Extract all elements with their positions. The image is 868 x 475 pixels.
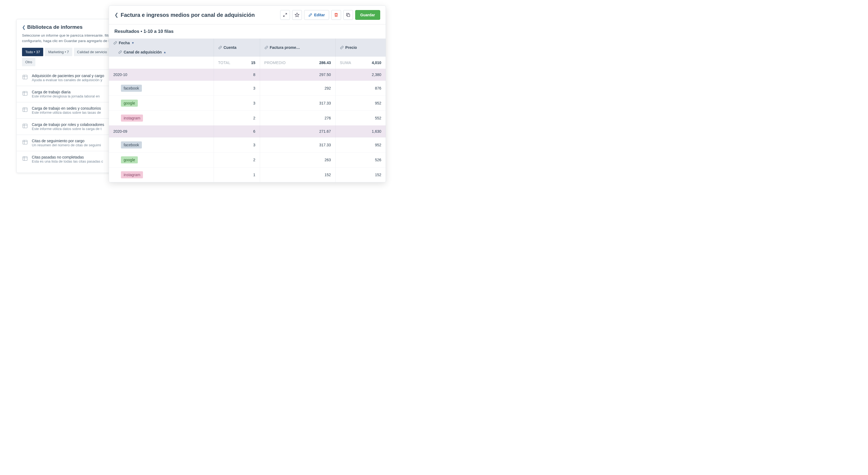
svg-rect-0	[23, 75, 27, 79]
table-icon	[22, 123, 28, 129]
channel-tag: google	[121, 156, 138, 163]
column-factura-promedio[interactable]: Factura prome…	[260, 38, 335, 57]
group-m3: 1,630	[335, 126, 385, 138]
link-icon	[118, 50, 122, 54]
report-item-desc: Esta es una lista de todas las citas pas…	[32, 159, 103, 163]
report-item-desc: Este informe desglosa la jornada laboral…	[32, 94, 100, 98]
cell-m3: 526	[335, 152, 385, 167]
svg-rect-2	[23, 107, 27, 111]
cell-m2: 152	[260, 167, 335, 182]
table-icon	[22, 107, 28, 113]
report-item-desc: Un resumen del número de citas de seguim…	[32, 143, 101, 147]
report-item-desc: Ayuda a evaluar los canales de adquisici…	[32, 78, 104, 82]
table-row: google2263526	[109, 152, 385, 167]
expand-icon	[283, 12, 287, 18]
table-icon	[22, 74, 28, 80]
report-item-desc: Este informe utiliza datos sobre las tas…	[32, 110, 101, 114]
cell-m3: 152	[335, 167, 385, 182]
report-item-name: Carga de trabajo diaria	[32, 90, 100, 94]
svg-rect-4	[23, 140, 27, 144]
cell-m2: 317.33	[260, 138, 335, 152]
report-item-desc: Este informe utiliza datos sobre la carg…	[32, 127, 104, 131]
group-label: 2020-09	[109, 126, 214, 138]
cell-m1: 1	[214, 167, 260, 182]
channel-tag: instagram	[121, 114, 143, 122]
table-row: instagram2276552	[109, 111, 385, 126]
filter-pill[interactable]: Todo • 37	[22, 48, 43, 56]
group-m1: 8	[214, 69, 260, 81]
filter-pill[interactable]: Marketing • 7	[45, 48, 72, 56]
report-item-name: Citas de seguimiento por cargo	[32, 139, 101, 143]
link-icon	[218, 45, 222, 49]
report-item-name: Carga de trabajo en sedes y consultorios	[32, 106, 101, 110]
copy-icon	[346, 12, 350, 18]
delete-button[interactable]	[331, 10, 341, 20]
column-cuenta[interactable]: Cuenta	[214, 38, 260, 57]
results-summary: Resultados • 1-10 a 10 filas	[109, 25, 385, 38]
svg-rect-5	[23, 156, 27, 161]
svg-rect-6	[347, 14, 350, 16]
cell-m1: 2	[214, 152, 260, 167]
cell-m3: 552	[335, 111, 385, 126]
cell-m2: 263	[260, 152, 335, 167]
trash-icon	[334, 12, 339, 18]
column-precio[interactable]: Precio	[335, 38, 385, 57]
chevron-left-icon[interactable]: ❮	[22, 25, 26, 30]
report-item-name: Carga de trabajo por roles y colaborador…	[32, 123, 104, 127]
svg-rect-3	[23, 124, 27, 128]
edit-button[interactable]: Editar	[304, 10, 329, 20]
cell-m2: 317.33	[260, 96, 335, 111]
table-icon	[22, 90, 28, 96]
channel-tag: facebook	[121, 85, 142, 92]
group-row[interactable]: 2020-108297.502,380	[109, 69, 385, 81]
report-item-name: Citas pasadas no completadas	[32, 155, 103, 159]
link-icon	[265, 45, 268, 49]
table-icon	[22, 139, 28, 145]
results-table: Fecha ▼ Canal de adquisición ▲ Cuenta	[109, 38, 385, 182]
link-icon	[340, 45, 344, 49]
group-label: 2020-10	[109, 69, 214, 81]
edit-icon	[308, 13, 312, 17]
chevron-left-icon[interactable]: ❮	[115, 12, 119, 18]
filter-pill[interactable]: Otro	[22, 58, 35, 66]
save-button[interactable]: Guardar	[355, 10, 380, 20]
svg-rect-1	[23, 91, 27, 95]
group-row[interactable]: 2020-096271.671,630	[109, 126, 385, 138]
cell-m2: 292	[260, 81, 335, 96]
cell-m1: 3	[214, 138, 260, 152]
report-actions: Editar Guardar	[280, 10, 380, 20]
group-m1: 6	[214, 126, 260, 138]
dimension-fecha[interactable]: Fecha ▼	[113, 41, 209, 45]
expand-button[interactable]	[280, 10, 290, 20]
group-m3: 2,380	[335, 69, 385, 81]
cell-m3: 952	[335, 138, 385, 152]
star-icon	[294, 12, 300, 18]
link-icon	[113, 41, 117, 45]
report-item-name: Adquisición de pacientes por canal y car…	[32, 74, 104, 78]
library-title: Biblioteca de informes	[27, 24, 83, 30]
copy-button[interactable]	[343, 10, 353, 20]
channel-tag: instagram	[121, 171, 143, 178]
table-row: facebook3292876	[109, 81, 385, 96]
cell-m2: 276	[260, 111, 335, 126]
favorite-button[interactable]	[292, 10, 302, 20]
dimension-canal[interactable]: Canal de adquisición ▲	[113, 50, 209, 54]
table-row: google3317.33952	[109, 96, 385, 111]
cell-m1: 3	[214, 81, 260, 96]
dimension-header: Fecha ▼ Canal de adquisición ▲	[109, 38, 214, 57]
sort-desc-icon: ▼	[131, 41, 134, 44]
table-row: facebook3317.33952	[109, 138, 385, 152]
channel-tag: facebook	[121, 141, 142, 148]
cell-m1: 2	[214, 111, 260, 126]
table-row: instagram1152152	[109, 167, 385, 182]
cell-m1: 3	[214, 96, 260, 111]
group-m2: 271.67	[260, 126, 335, 138]
filter-pill[interactable]: Calidad de servicio	[74, 48, 110, 56]
report-header: ❮ Factura e ingresos medios por canal de…	[109, 6, 385, 25]
table-icon	[22, 156, 28, 162]
sort-asc-icon: ▲	[163, 50, 166, 54]
cell-m3: 876	[335, 81, 385, 96]
report-detail-panel: ❮ Factura e ingresos medios por canal de…	[109, 5, 386, 182]
group-m2: 297.50	[260, 69, 335, 81]
report-title: Factura e ingresos medios por canal de a…	[121, 12, 255, 18]
